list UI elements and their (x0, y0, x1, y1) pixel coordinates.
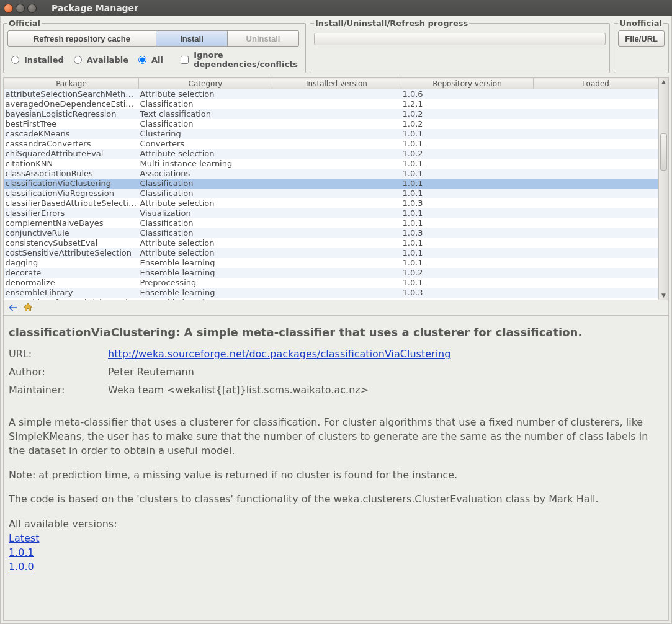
pkg-cell: denormalize (4, 278, 139, 288)
version-link[interactable]: Latest (9, 531, 39, 545)
radio-installed-label[interactable]: Installed (24, 55, 64, 65)
pkg-cell: ensemblesOfNestedDichotomies (4, 298, 139, 300)
table-row[interactable]: classificationViaRegressionClassificatio… (4, 189, 658, 198)
table-row[interactable]: chiSquaredAttributeEvalAttribute selecti… (4, 149, 658, 159)
table-row[interactable]: decorateEnsemble learning1.0.2 (4, 268, 658, 278)
loaded-cell (534, 179, 658, 189)
table-row[interactable]: classificationViaClusteringClassificatio… (4, 179, 658, 189)
ignore-deps-label[interactable]: Ignore dependencies/conflicts (194, 50, 299, 69)
loaded-cell (534, 189, 658, 198)
radio-all-label[interactable]: All (151, 55, 163, 65)
ignore-deps-checkbox[interactable] (181, 56, 189, 64)
cat-cell: Visualization (139, 208, 272, 218)
cat-cell: Attribute selection (139, 198, 272, 208)
close-icon[interactable] (4, 4, 13, 13)
table-row[interactable]: citationKNNMulti-instance learning1.0.1 (4, 159, 658, 169)
table-row[interactable]: cascadeKMeansClustering1.0.1 (4, 129, 658, 139)
repo-cell: 1.0.1 (401, 298, 534, 300)
cat-cell: Ensemble learning (139, 268, 272, 278)
official-legend: Official (7, 19, 42, 28)
table-row[interactable]: ensemblesOfNestedDichotomiesEnsemble lea… (4, 298, 658, 300)
loaded-cell (534, 218, 658, 228)
pkg-cell: classifierErrors (4, 208, 139, 218)
repo-cell: 1.0.3 (401, 288, 534, 298)
table-row[interactable]: averagedOneDependenceEstim...Classificat… (4, 99, 658, 109)
repo-cell: 1.0.1 (401, 169, 534, 179)
inst-cell (272, 288, 401, 298)
pkg-cell: bestFirstTree (4, 119, 139, 129)
inst-cell (272, 169, 401, 179)
table-row[interactable]: costSensitiveAttributeSelectionAttribute… (4, 248, 658, 258)
column-header[interactable]: Loaded (534, 78, 658, 89)
package-table-wrap: PackageCategoryInstalled versionReposito… (3, 77, 669, 300)
column-header[interactable]: Package (4, 78, 139, 89)
window-title: Package Manager (52, 3, 138, 13)
version-link[interactable]: 1.0.1 (9, 545, 34, 559)
maintainer-value: Weka team <wekalist{[at]}list.scms.waika… (108, 383, 663, 397)
table-row[interactable]: classifierErrorsVisualization1.0.1 (4, 208, 658, 218)
inst-cell (272, 179, 401, 189)
refresh-button[interactable]: Refresh repository cache (7, 30, 156, 47)
loaded-cell (534, 99, 658, 109)
table-row[interactable]: consistencySubsetEvalAttribute selection… (4, 238, 658, 248)
radio-all[interactable] (138, 56, 146, 64)
radio-available-label[interactable]: Available (87, 55, 128, 65)
unofficial-box: Unofficial File/URL (614, 19, 669, 73)
loaded-cell (534, 198, 658, 208)
table-row[interactable]: ensembleLibraryEnsemble learning1.0.3 (4, 288, 658, 298)
table-row[interactable]: denormalizePreprocessing1.0.1 (4, 278, 658, 288)
repo-cell: 1.0.1 (401, 248, 534, 258)
maintainer-label: Maintainer: (9, 383, 108, 397)
inst-cell (272, 119, 401, 129)
cat-cell: Classification (139, 179, 272, 189)
scroll-up-icon[interactable]: ▲ (659, 78, 668, 86)
package-table[interactable]: PackageCategoryInstalled versionReposito… (4, 78, 658, 300)
cat-cell: Classification (139, 99, 272, 109)
cat-cell: Classification (139, 218, 272, 228)
back-arrow-icon[interactable] (7, 302, 19, 313)
scroll-thumb[interactable] (660, 133, 667, 171)
cat-cell: Text classification (139, 109, 272, 119)
fileurl-button[interactable]: File/URL (618, 30, 665, 47)
minimize-icon[interactable] (16, 4, 25, 13)
table-row[interactable]: attributeSelectionSearchMethodsAttribute… (4, 89, 658, 99)
vertical-scrollbar[interactable]: ▲ ▼ (658, 78, 668, 300)
version-link[interactable]: 1.0.0 (9, 559, 34, 574)
table-row[interactable]: bayesianLogisticRegressionText classific… (4, 109, 658, 119)
radio-available[interactable] (74, 56, 82, 64)
detail-nav (3, 300, 669, 316)
table-row[interactable]: complementNaiveBayesClassification1.0.1 (4, 218, 658, 228)
maximize-icon[interactable] (27, 4, 37, 13)
table-row[interactable]: conjunctiveRuleClassification1.0.3 (4, 228, 658, 238)
pkg-cell: costSensitiveAttributeSelection (4, 248, 139, 258)
inst-cell (272, 228, 401, 238)
cat-cell: Attribute selection (139, 149, 272, 159)
inst-cell (272, 268, 401, 278)
column-header[interactable]: Installed version (272, 78, 401, 89)
table-row[interactable]: daggingEnsemble learning1.0.1 (4, 258, 658, 268)
loaded-cell (534, 119, 658, 129)
repo-cell: 1.0.1 (401, 139, 534, 149)
home-icon[interactable] (22, 302, 34, 313)
scroll-down-icon[interactable]: ▼ (659, 291, 668, 300)
repo-cell: 1.0.2 (401, 109, 534, 119)
table-row[interactable]: classifierBasedAttributeSelectionAttribu… (4, 198, 658, 208)
loaded-cell (534, 159, 658, 169)
repo-cell: 1.0.2 (401, 149, 534, 159)
column-header[interactable]: Repository version (401, 78, 534, 89)
repo-cell: 1.0.1 (401, 208, 534, 218)
pkg-cell: ensembleLibrary (4, 288, 139, 298)
uninstall-button[interactable]: Uninstall (228, 30, 299, 47)
cat-cell: Clustering (139, 129, 272, 139)
table-row[interactable]: classAssociationRulesAssociations1.0.1 (4, 169, 658, 179)
table-row[interactable]: bestFirstTreeClassification1.0.2 (4, 119, 658, 129)
loaded-cell (534, 258, 658, 268)
url-link[interactable]: http://weka.sourceforge.net/doc.packages… (108, 348, 450, 360)
radio-installed[interactable] (11, 56, 19, 64)
column-header[interactable]: Category (139, 78, 272, 89)
table-row[interactable]: cassandraConvertersConverters1.0.1 (4, 139, 658, 149)
repo-cell: 1.2.1 (401, 99, 534, 109)
install-button[interactable]: Install (156, 30, 228, 47)
repo-cell: 1.0.1 (401, 159, 534, 169)
pkg-cell: conjunctiveRule (4, 228, 139, 238)
